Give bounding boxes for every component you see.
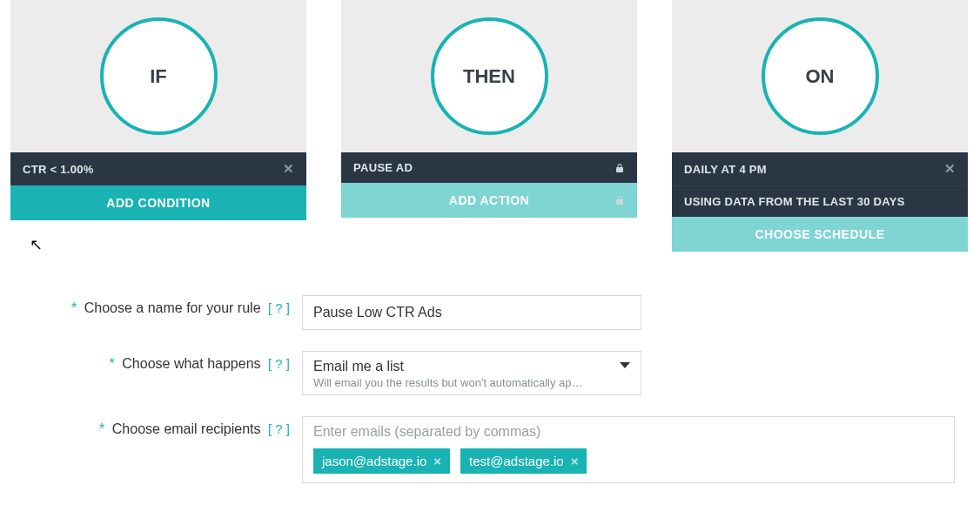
email-chip[interactable]: test@adstage.io × xyxy=(460,448,587,474)
if-circle: IF xyxy=(100,17,218,135)
lock-icon xyxy=(614,163,625,173)
then-circle: THEN xyxy=(431,17,548,135)
email-chips: jason@adstage.io × test@adstage.io × xyxy=(313,448,943,474)
if-circle-label: IF xyxy=(150,65,167,88)
on-circle-label: ON xyxy=(806,65,835,88)
required-marker: * xyxy=(110,356,115,371)
row-email-recipients: * Choose email recipients [ ? ] Enter em… xyxy=(10,416,970,483)
on-circle: ON xyxy=(762,17,879,135)
help-icon[interactable]: [ ? ] xyxy=(268,421,290,436)
form-area: * Choose a name for your rule [ ? ] * Ch… xyxy=(0,295,980,505)
if-condition-text: CTR < 1.00% xyxy=(23,163,94,176)
card-then: THEN PAUSE AD ADD ACTION xyxy=(341,0,637,218)
close-icon[interactable]: ✕ xyxy=(283,161,294,177)
card-on: ON DAILY AT 4 PM ✕ USING DATA FROM THE L… xyxy=(672,0,968,252)
required-marker: * xyxy=(99,421,104,436)
close-icon[interactable]: × xyxy=(433,454,441,468)
email-placeholder: Enter emails (separated by commas) xyxy=(313,424,943,440)
then-action-text: PAUSE AD xyxy=(353,161,413,174)
rule-name-input[interactable] xyxy=(302,295,641,330)
what-happens-select[interactable]: Email me a list Will email you the resul… xyxy=(302,351,641,395)
chevron-down-icon xyxy=(620,362,630,368)
row-what-happens: * Choose what happens [ ? ] Email me a l… xyxy=(10,351,970,395)
card-then-top: THEN xyxy=(341,0,637,152)
choose-schedule-label: CHOOSE SCHEDULE xyxy=(755,227,884,241)
card-if-top: IF xyxy=(10,0,306,152)
lock-icon xyxy=(614,195,625,205)
email-recipients-input[interactable]: Enter emails (separated by commas) jason… xyxy=(302,416,955,483)
card-on-top: ON xyxy=(672,0,968,152)
email-chip-text: jason@adstage.io xyxy=(322,454,426,468)
add-action-label: ADD ACTION xyxy=(449,193,529,207)
on-datawindow-bar[interactable]: USING DATA FROM THE LAST 30 DAYS xyxy=(672,185,968,217)
label-rule-name: * Choose a name for your rule [ ? ] xyxy=(10,295,302,316)
help-icon[interactable]: [ ? ] xyxy=(268,356,290,371)
choose-schedule-button[interactable]: CHOOSE SCHEDULE xyxy=(672,217,968,252)
add-action-button[interactable]: ADD ACTION xyxy=(341,183,637,218)
what-happens-hint: Will email you the results but won't aut… xyxy=(313,376,630,389)
close-icon[interactable]: × xyxy=(571,454,579,468)
on-schedule-bar[interactable]: DAILY AT 4 PM ✕ xyxy=(672,152,968,185)
then-circle-label: THEN xyxy=(463,65,515,88)
close-icon[interactable]: ✕ xyxy=(944,161,956,177)
label-what-happens: * Choose what happens [ ? ] xyxy=(10,351,302,372)
label-email-recipients-text: Choose email recipients xyxy=(112,421,261,436)
required-marker: * xyxy=(71,300,77,315)
then-action-bar[interactable]: PAUSE AD xyxy=(341,152,637,183)
label-what-happens-text: Choose what happens xyxy=(122,356,260,371)
add-condition-label: ADD CONDITION xyxy=(106,196,210,210)
what-happens-value: Email me a list xyxy=(313,359,630,374)
add-condition-button[interactable]: ADD CONDITION xyxy=(10,185,306,220)
email-chip[interactable]: jason@adstage.io × xyxy=(313,448,450,474)
cards-row: IF CTR < 1.00% ✕ ADD CONDITION THEN PAUS… xyxy=(0,0,980,252)
row-rule-name: * Choose a name for your rule [ ? ] xyxy=(10,295,970,330)
if-condition-bar[interactable]: CTR < 1.00% ✕ xyxy=(10,152,306,185)
email-chip-text: test@adstage.io xyxy=(469,454,564,468)
label-email-recipients: * Choose email recipients [ ? ] xyxy=(10,416,302,437)
card-if: IF CTR < 1.00% ✕ ADD CONDITION xyxy=(10,0,306,220)
on-datawindow-text: USING DATA FROM THE LAST 30 DAYS xyxy=(684,195,905,208)
on-schedule-text: DAILY AT 4 PM xyxy=(684,163,767,176)
label-rule-name-text: Choose a name for your rule xyxy=(84,300,261,315)
help-icon[interactable]: [ ? ] xyxy=(268,300,290,315)
